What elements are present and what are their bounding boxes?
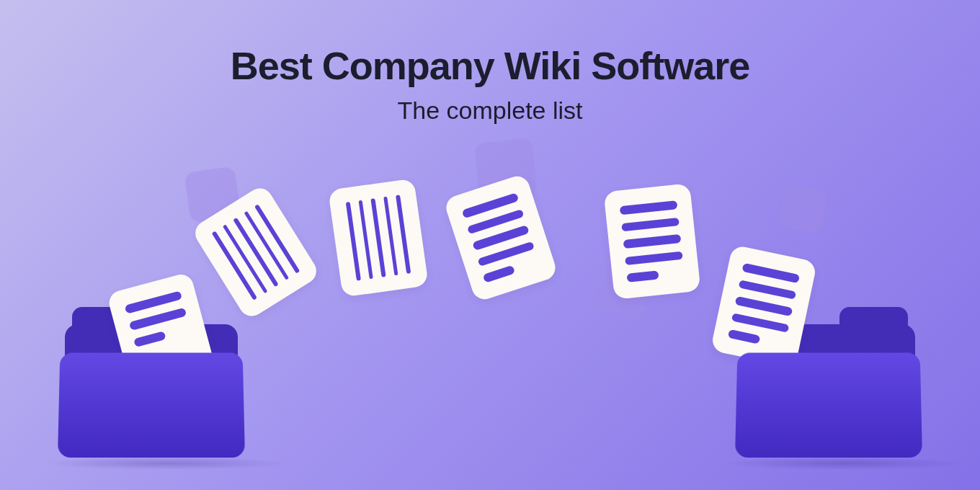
page-title: Best Company Wiki Software	[0, 43, 980, 88]
bg-square-icon	[778, 183, 829, 234]
document-icon	[603, 183, 700, 300]
document-icon	[443, 173, 558, 303]
page-subtitle: The complete list	[0, 97, 980, 125]
headline-block: Best Company Wiki Software The complete …	[0, 0, 980, 125]
document-icon	[328, 178, 429, 297]
